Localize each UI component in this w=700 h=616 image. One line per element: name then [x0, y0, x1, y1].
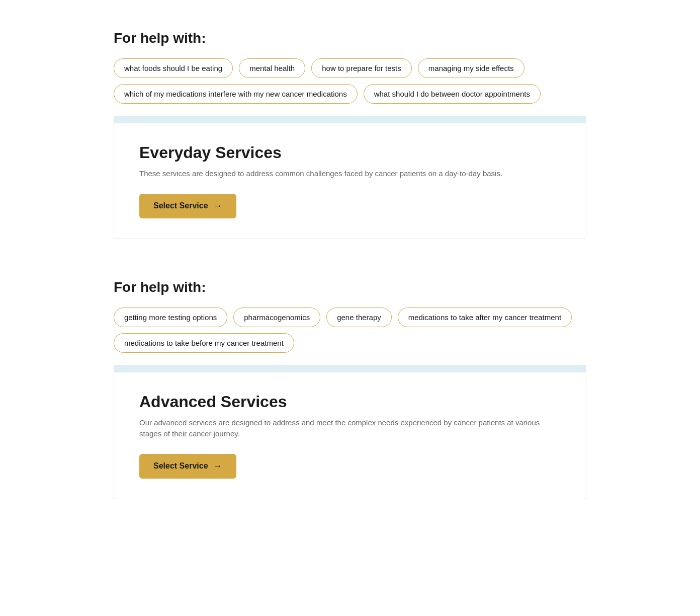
advanced-arrow-icon: →	[213, 461, 222, 472]
page-wrapper: For help with: what foods should I be ea…	[73, 0, 627, 570]
tag[interactable]: mental health	[239, 58, 305, 78]
advanced-tags-container: getting more testing optionspharmacogeno…	[114, 307, 586, 353]
tag[interactable]: managing my side effects	[418, 58, 524, 78]
tag[interactable]: what should I do between doctor appointm…	[364, 84, 541, 104]
advanced-service-description: Our advanced services are designed to ad…	[139, 417, 561, 440]
for-help-label-2: For help with:	[114, 279, 586, 295]
tag[interactable]: getting more testing options	[114, 307, 227, 327]
tag[interactable]: medications to take after my cancer trea…	[398, 307, 572, 327]
advanced-service-card: Advanced Services Our advanced services …	[114, 372, 586, 499]
advanced-service-title: Advanced Services	[139, 393, 561, 411]
everyday-arrow-icon: →	[213, 201, 222, 211]
tag[interactable]: what foods should I be eating	[114, 58, 233, 78]
everyday-service-description: These services are designed to address c…	[139, 168, 561, 180]
everyday-service-card: Everyday Services These services are des…	[114, 123, 586, 239]
tag[interactable]: gene therapy	[326, 307, 392, 327]
advanced-section: For help with: getting more testing opti…	[114, 279, 586, 499]
tag[interactable]: which of my medications interfere with m…	[114, 84, 358, 104]
for-help-label-1: For help with:	[114, 30, 586, 46]
tag[interactable]: how to prepare for tests	[311, 58, 412, 78]
advanced-select-service-label: Select Service	[153, 461, 208, 471]
everyday-select-service-label: Select Service	[153, 201, 208, 210]
everyday-section: For help with: what foods should I be ea…	[114, 30, 586, 239]
tag[interactable]: pharmacogenomics	[233, 307, 320, 327]
everyday-service-title: Everyday Services	[139, 143, 561, 162]
everyday-divider	[114, 116, 586, 123]
advanced-divider	[114, 365, 586, 372]
advanced-select-service-button[interactable]: Select Service →	[139, 454, 236, 479]
everyday-select-service-button[interactable]: Select Service →	[139, 194, 236, 218]
everyday-tags-container: what foods should I be eatingmental heal…	[114, 58, 586, 104]
tag[interactable]: medications to take before my cancer tre…	[114, 333, 294, 353]
